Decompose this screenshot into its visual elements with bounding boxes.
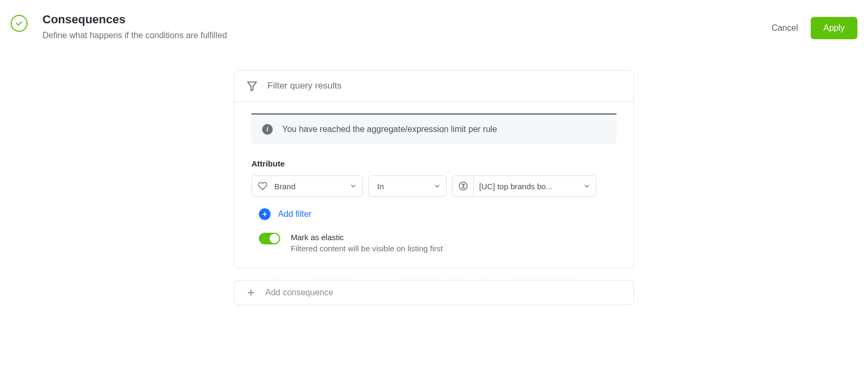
chevron-down-icon	[344, 182, 362, 190]
sigma-icon	[453, 176, 474, 196]
attribute-select[interactable]: Brand	[251, 175, 363, 197]
header-titles: Consequences Define what happens if the …	[42, 13, 767, 40]
add-consequence-label: Add consequence	[265, 288, 333, 297]
header-actions: Cancel Apply	[767, 17, 857, 39]
value-text: [UC] top brands bo...	[474, 182, 578, 191]
chevron-down-icon	[428, 182, 446, 190]
plus-icon	[246, 288, 256, 297]
info-icon: i	[262, 124, 273, 135]
add-filter-button[interactable]: Add filter	[259, 208, 617, 220]
info-banner: i You have reached the aggregate/express…	[251, 113, 617, 144]
heart-icon	[252, 181, 273, 191]
info-message: You have reached the aggregate/expressio…	[282, 125, 497, 134]
filter-row: Brand In	[251, 175, 617, 197]
operator-select[interactable]: In	[368, 175, 447, 197]
page-subtitle: Define what happens if the conditions ar…	[42, 31, 767, 40]
plus-circle-icon	[259, 208, 271, 220]
operator-value: In	[369, 182, 428, 191]
apply-button[interactable]: Apply	[811, 17, 857, 39]
status-check-icon	[11, 15, 28, 32]
chevron-down-icon	[578, 182, 596, 190]
page-title: Consequences	[42, 13, 767, 27]
elastic-title: Mark as elastic	[291, 233, 443, 242]
elastic-toggle-row: Mark as elastic Filtered content will be…	[259, 233, 617, 253]
attribute-value: Brand	[273, 182, 344, 191]
value-select[interactable]: [UC] top brands bo...	[452, 175, 596, 197]
cancel-button[interactable]: Cancel	[767, 18, 802, 38]
add-consequence-button[interactable]: Add consequence	[234, 280, 634, 305]
panel-header-title: Filter query results	[267, 81, 342, 91]
elastic-toggle[interactable]	[259, 233, 280, 244]
funnel-icon	[246, 80, 258, 92]
header-row: Consequences Define what happens if the …	[0, 0, 868, 40]
attribute-label: Attribute	[251, 159, 617, 168]
svg-marker-0	[248, 82, 257, 91]
filter-panel: Filter query results i You have reached …	[234, 70, 634, 268]
elastic-description: Filtered content will be visible on list…	[291, 244, 443, 253]
filter-panel-header: Filter query results	[235, 71, 633, 102]
add-filter-label: Add filter	[278, 209, 311, 219]
